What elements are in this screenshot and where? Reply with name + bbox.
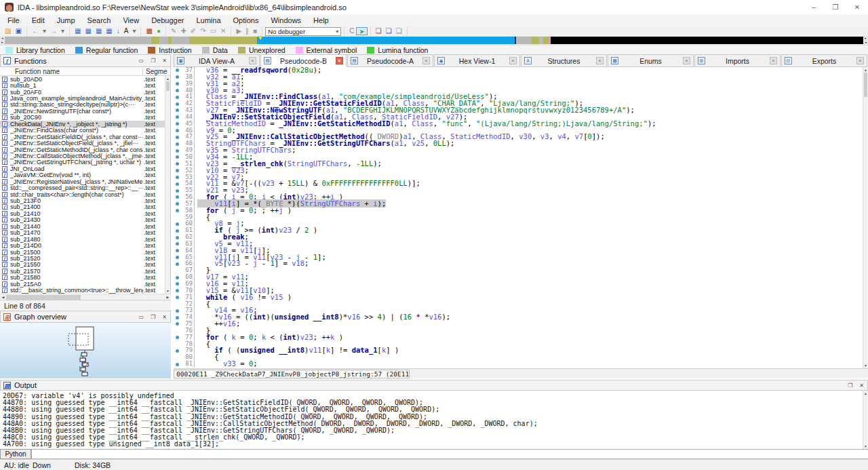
scroll-up-icon[interactable]: ▲ bbox=[165, 76, 170, 81]
function-row[interactable]: fsub_21550.text bbox=[0, 262, 165, 268]
lumina-button[interactable]: ● bbox=[155, 27, 163, 35]
open-file-button[interactable]: ▨ bbox=[3, 27, 13, 35]
function-row[interactable]: f_JNIEnv::GetStaticMethodID(_jclass *, c… bbox=[0, 146, 165, 153]
function-row[interactable]: f_JNIEnv::SetStaticObjectField(_jclass *… bbox=[0, 140, 165, 146]
menu-windows[interactable]: Windows bbox=[264, 14, 307, 26]
output-log[interactable]: 20D67: variable 'v4' is possibly undefin… bbox=[0, 391, 863, 449]
function-row[interactable]: fsub_213F0.text bbox=[0, 197, 165, 203]
menu-search[interactable]: Search bbox=[81, 14, 117, 26]
function-row[interactable]: f_JavaVM::GetEnv(void **, int).text bbox=[0, 172, 165, 178]
tab-imports[interactable]: ⊞Imports✕ bbox=[694, 54, 781, 67]
close-button[interactable]: ✕ bbox=[846, 0, 868, 14]
code-line[interactable]: 72 { bbox=[174, 301, 863, 308]
function-row[interactable]: fJNI_OnLoad.text bbox=[0, 165, 165, 172]
function-row[interactable]: f_JNIEnv::RegisterNatives(_jclass *, JNI… bbox=[0, 178, 165, 184]
code-line[interactable]: 63 v5 = v11; bbox=[174, 241, 863, 248]
function-row[interactable]: f_JNIEnv::GetStringUTFChars(_jstring *, … bbox=[0, 159, 165, 165]
debugger-select[interactable]: No debugger▾ bbox=[265, 27, 341, 36]
code-line[interactable]: 52 v10 = v23; bbox=[174, 168, 863, 174]
code-line[interactable]: 69 v16 = v11; bbox=[174, 281, 863, 288]
tab-pseudocode-b[interactable]: ▤Pseudocode-B✕ bbox=[260, 54, 347, 67]
functions-close-icon[interactable]: ✕ bbox=[159, 55, 170, 66]
jump-name-button[interactable]: ▦ bbox=[83, 27, 93, 35]
set-type-button[interactable]: ↷ bbox=[198, 27, 208, 35]
code-line[interactable]: 74 *v16 = ((int)(unsigned __int8)*v16 >>… bbox=[174, 314, 863, 321]
scrollbar-thumb[interactable] bbox=[166, 81, 170, 91]
navigation-band[interactable]: ◂▸ ▸◂ bbox=[0, 36, 868, 45]
menu-debugger[interactable]: Debugger bbox=[145, 14, 190, 26]
jump-down-button[interactable]: ↓ bbox=[115, 27, 122, 35]
graph-float-icon[interactable]: ❐ bbox=[147, 311, 159, 323]
column-segment[interactable]: Segme bbox=[142, 68, 167, 75]
tab-structures[interactable]: AStructures✕ bbox=[521, 54, 607, 67]
menu-lumina[interactable]: Lumina bbox=[190, 14, 226, 26]
menu-options[interactable]: Options bbox=[227, 14, 265, 26]
code-line[interactable]: 61 if ( j >= (int)v23 / 2 ) bbox=[174, 227, 863, 234]
rename-button[interactable]: ▭ bbox=[208, 27, 218, 35]
functions-float-icon[interactable]: ❐ bbox=[147, 55, 159, 66]
nav-forward-button[interactable]: → bbox=[48, 27, 59, 35]
scroll-up-icon[interactable]: ▲ bbox=[863, 67, 868, 73]
nav-back-dropdown[interactable]: ▾ bbox=[41, 27, 48, 35]
code-line[interactable]: 51 v23 = __strlen_chk(StringUTFChars, -1… bbox=[174, 161, 863, 168]
function-row[interactable]: fsub_21500.text bbox=[0, 249, 165, 255]
functions-horizontal-scrollbar[interactable]: ◀ ▶ bbox=[0, 294, 171, 300]
attach-process-button[interactable]: C bbox=[347, 27, 356, 35]
code-line[interactable]: 39 v31 = a2; bbox=[174, 81, 863, 87]
breakpoint-list-button[interactable]: ❏ bbox=[374, 27, 384, 35]
continue-process-button[interactable]: ➤ bbox=[356, 27, 367, 35]
function-row[interactable]: f_JNIEnv::FindClass(char const*).text bbox=[0, 128, 165, 134]
tab-close-icon[interactable]: ✕ bbox=[509, 57, 517, 64]
function-row[interactable]: f_JNIEnv::GetStaticFieldID(_jclass *, ch… bbox=[0, 134, 165, 140]
tab-pseudocode-a[interactable]: ▤Pseudocode-A✕ bbox=[347, 54, 433, 67]
tab-close-icon[interactable]: ✕ bbox=[249, 57, 256, 64]
functions-column-header[interactable]: Function name Segme bbox=[0, 67, 170, 76]
functions-vertical-scrollbar[interactable]: ▲ ▼ bbox=[165, 76, 170, 294]
graph-close-icon[interactable]: ✕ bbox=[159, 311, 170, 323]
graph-overview-canvas[interactable] bbox=[0, 323, 171, 378]
tab-exports[interactable]: ⊟Exports✕ bbox=[781, 54, 867, 67]
menu-file[interactable]: File bbox=[1, 14, 26, 26]
function-row[interactable]: fJava_com_example_simpleandroid_MainActi… bbox=[0, 95, 165, 101]
debug-pause-button[interactable]: ∥ bbox=[243, 27, 251, 35]
function-row[interactable]: fstd::__basic_string_common<true>::__thr… bbox=[0, 287, 165, 293]
column-function-name[interactable]: Function name bbox=[15, 68, 60, 75]
tab-close-icon[interactable]: ✕ bbox=[336, 57, 343, 64]
function-row[interactable]: fstd::char_traits<char>::length(char con… bbox=[0, 191, 165, 197]
text-search-button[interactable]: A bbox=[122, 27, 131, 35]
tab-enums[interactable]: ▦Enums✕ bbox=[608, 54, 694, 67]
snapshot-button[interactable]: ▩ bbox=[144, 27, 154, 35]
patch-program-button[interactable]: ✎ bbox=[169, 27, 178, 35]
function-row[interactable]: fstd::__compressed_pair<std::string::__r… bbox=[0, 184, 165, 191]
code-line[interactable]: 75 ++v16; bbox=[174, 321, 863, 328]
text-search-dropdown[interactable]: ▾ bbox=[130, 27, 138, 35]
function-row[interactable]: fsub_20AF0.text bbox=[0, 89, 165, 95]
function-row[interactable]: fsub_21580.text bbox=[0, 275, 165, 281]
jump-address-button[interactable]: ▦ bbox=[73, 27, 83, 35]
output-panel-header[interactable]: ▤ Output ❐ ✕ bbox=[0, 380, 868, 391]
debug-start-button[interactable]: ▶ bbox=[234, 27, 243, 35]
code-line[interactable]: 71 while ( v16 != v15 ) bbox=[174, 294, 863, 301]
scrollbar-thumb[interactable] bbox=[864, 73, 867, 97]
scroll-right-icon[interactable]: ▶ bbox=[165, 295, 171, 299]
tab-ida-view-a[interactable]: ▣IDA View-A✕ bbox=[174, 54, 260, 67]
minimize-button[interactable]: – bbox=[803, 0, 825, 14]
code-line[interactable]: 59 { bbox=[174, 214, 863, 221]
python-button[interactable]: Python bbox=[0, 449, 31, 459]
code-line[interactable]: 58 for ( j = 0; ; ++j ) bbox=[174, 208, 863, 214]
function-row[interactable]: fsub_21470.text bbox=[0, 230, 165, 236]
navband-left-arrows-icon[interactable]: ◂▸ bbox=[0, 36, 5, 45]
function-row[interactable]: fsub_21430.text bbox=[0, 217, 165, 223]
output-float-icon[interactable]: ❐ bbox=[844, 380, 856, 391]
tab-close-icon[interactable]: ✕ bbox=[683, 57, 690, 64]
jump-problem-button[interactable]: ▦ bbox=[104, 27, 114, 35]
code-line[interactable]: 62 break; bbox=[174, 234, 863, 241]
create-function-button[interactable]: ✚ bbox=[178, 27, 188, 35]
menu-view[interactable]: View bbox=[117, 14, 145, 26]
function-row[interactable]: fCheckData(_JNIEnv *, _jobject *, _jstri… bbox=[0, 121, 165, 127]
function-row[interactable]: fsub_21480.text bbox=[0, 236, 165, 242]
function-row[interactable]: fsub_21520.text bbox=[0, 255, 165, 261]
function-row[interactable]: f_JNIEnv::CallStaticObjectMethod(_jclass… bbox=[0, 153, 165, 159]
menu-help[interactable]: Help bbox=[307, 14, 335, 26]
function-row[interactable]: fsub_214D0.text bbox=[0, 242, 165, 248]
